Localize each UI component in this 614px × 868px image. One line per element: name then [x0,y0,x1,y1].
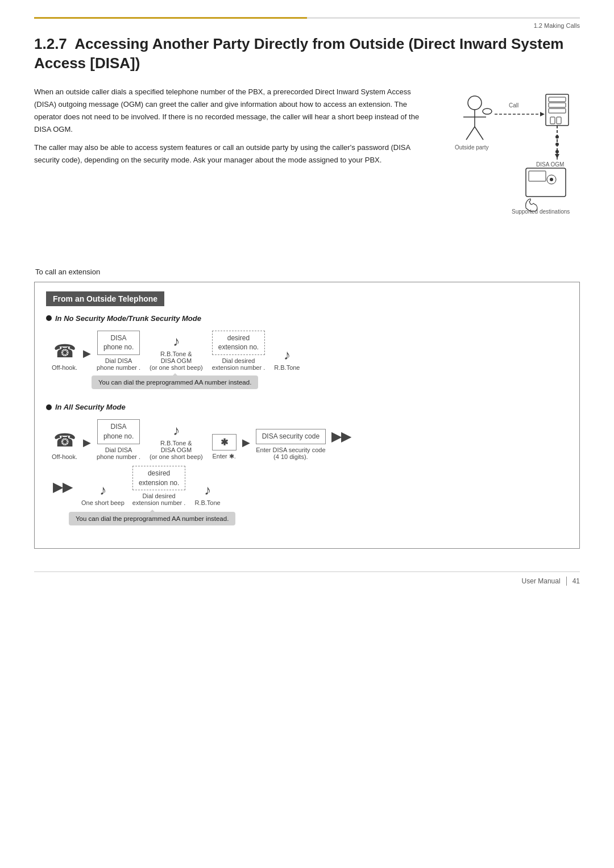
svg-line-4 [475,127,483,140]
section1-label: In No Security Mode/Trunk Security Mode [46,314,568,323]
section2-flow-row1: ☎ Off-hook. ▶ DISAphone no. Dial DISApho… [46,419,568,460]
flow-arrow1: ▶ [83,347,91,360]
flow-item-rbtone2b: ♪ R.B.Tone [194,482,220,506]
svg-rect-10 [546,94,569,126]
flow-item-ext1: desiredextension no. Dial desiredextensi… [212,331,265,372]
flow-item-rbtone1: ♪ R.B.Tone &DISA OGM (or one short beep) [150,333,203,371]
flow-item-seccode: DISA security code Enter DISA security c… [256,429,326,460]
flow-arrow-dbl1: ▶▶ [331,429,351,444]
page-header: 1.2 Making Calls [34,22,580,29]
flow-arrow2: ▶ [83,436,91,449]
flow-item-rbtone1b: ♪ R.B.Tone [274,347,300,371]
flow-item-ext2: desiredextension no. Dial desiredextensi… [132,466,186,507]
svg-point-22 [550,178,553,181]
speech-bubble2: You can dial the preprogrammed AA number… [69,512,235,525]
flow-item-disa1: DISAphone no. Dial DISAphone number . [97,331,140,372]
section2: In All Security Mode ☎ Off-hook. ▶ DISAp… [46,403,568,525]
note-bubble1: You can dial the preprogrammed AA number… [92,375,568,389]
flow-item-offhook2: ☎ Off-hook. [52,429,77,460]
page-wrapper: 1.2 Making Calls 1.2.7 Accessing Another… [0,0,614,868]
svg-rect-20 [529,171,546,181]
svg-text:Outside party: Outside party [455,144,488,151]
diagram-area: Outside party Call DISA OGM [449,86,580,251]
speech-bubble1: You can dial the preprogrammed AA number… [92,375,258,389]
bullet1 [46,315,52,321]
intro-diagram: Outside party Call DISA OGM [452,86,577,251]
section2-flow-row2: ▶▶ ♪ One short beep desiredextension no.… [46,466,568,507]
svg-point-25 [555,135,559,139]
flow-item-star: ✱ Enter ✱. [212,434,237,460]
svg-point-27 [555,150,559,153]
breadcrumb: 1.2 Making Calls [534,22,580,29]
flow-item-rbtone2: ♪ R.B.Tone &DISA OGM (or one short beep) [150,423,203,460]
svg-point-26 [555,143,559,146]
flow-item-offhook1: ☎ Off-hook. [52,340,77,371]
footer-label: User Manual [522,577,561,585]
section2-label: In All Security Mode [46,403,568,411]
to-call-label: To call an extension [35,268,580,276]
svg-text:DISA OGM: DISA OGM [536,161,564,168]
box-header: From an Outside Telephone [46,291,164,306]
svg-rect-11 [549,97,566,102]
section1: In No Security Mode/Trunk Security Mode … [46,314,568,390]
footer-divider [566,577,567,586]
svg-rect-15 [557,117,561,124]
section-title: 1.2.7 Accessing Another Party Directly f… [34,35,580,73]
flow-item-shortbeep: ♪ One short beep [81,482,125,506]
svg-rect-13 [549,108,566,113]
svg-marker-8 [540,112,545,116]
note-bubble2: You can dial the preprogrammed AA number… [69,512,568,525]
top-rule [34,17,580,19]
svg-text:Supported destinations: Supported destinations [512,208,570,215]
svg-point-0 [468,96,482,110]
intro-text: When an outside caller dials a specified… [34,86,432,251]
svg-line-3 [466,127,475,140]
flow-item-disa2: DISAphone no. Dial DISAphone number . [97,419,140,460]
footer-page: 41 [572,577,580,585]
page-footer: User Manual 41 [34,571,580,586]
flow-arrow-dbl2: ▶▶ [53,480,72,495]
svg-rect-14 [550,117,555,124]
intro-para1: When an outside caller dials a specified… [34,86,432,136]
svg-point-5 [483,108,492,114]
svg-rect-12 [549,103,566,107]
intro-para2: The caller may also be able to access sy… [34,141,432,166]
main-box: From an Outside Telephone In No Security… [34,282,580,549]
intro-area: When an outside caller dials a specified… [34,86,580,251]
section1-flow-row: ☎ Off-hook. ▶ DISAphone no. Dial DISApho… [46,331,568,372]
bullet2 [46,404,52,410]
flow-arrow3: ▶ [242,436,250,449]
svg-text:Call: Call [509,102,518,108]
